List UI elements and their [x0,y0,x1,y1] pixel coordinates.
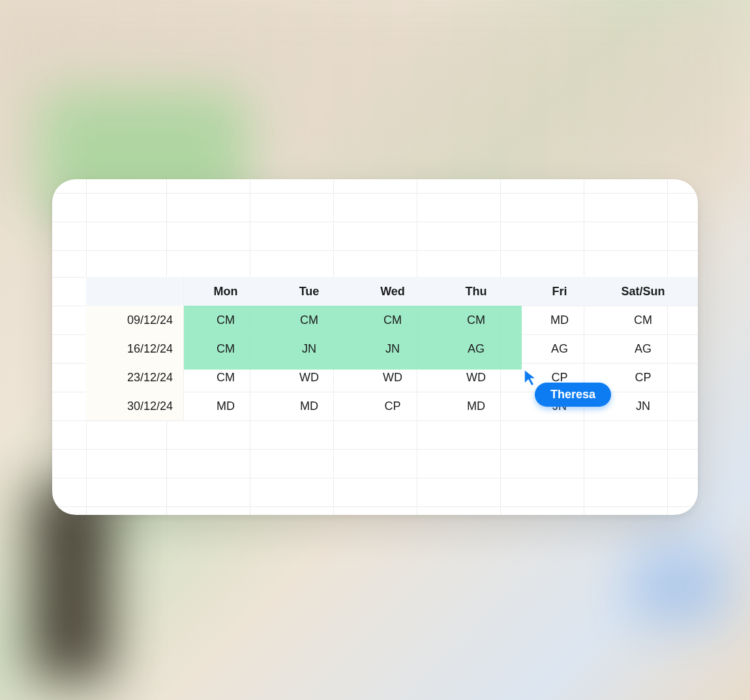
cell[interactable]: AG [601,334,685,363]
table-row: 30/12/24 MD MD CP MD JN JN [86,392,698,420]
spreadsheet-card: Mon Tue Wed Thu Fri Sat/Sun 09/12/24 CM … [52,179,698,515]
header-thu[interactable]: Thu [434,277,518,306]
schedule-table: Mon Tue Wed Thu Fri Sat/Sun 09/12/24 CM … [86,277,698,420]
cell[interactable]: JN [351,334,434,363]
header-blank [86,277,184,306]
cell[interactable]: CM [184,363,267,392]
header-satsun[interactable]: Sat/Sun [601,277,685,306]
date-cell[interactable]: 16/12/24 [86,334,184,363]
cell[interactable]: AG [434,334,518,363]
header-tue[interactable]: Tue [267,277,351,306]
cell[interactable]: WD [351,363,434,392]
cell[interactable]: CM [351,306,434,334]
cell[interactable]: MD [518,306,601,334]
cell[interactable]: MD [267,392,351,420]
date-cell[interactable]: 09/12/24 [86,306,184,334]
cell[interactable]: WD [434,363,518,392]
table-row: 16/12/24 CM JN JN AG AG AG [86,334,698,363]
cell[interactable]: CM [184,334,267,363]
cell[interactable]: AG [518,334,601,363]
table-row: 23/12/24 CM WD WD WD CP CP [86,363,698,392]
header-wed[interactable]: Wed [351,277,434,306]
cell[interactable]: JN [601,392,685,420]
table-row: 09/12/24 CM CM CM CM MD CM [86,306,698,334]
header-fri[interactable]: Fri [518,277,601,306]
cell[interactable]: CM [267,306,351,334]
cell[interactable]: JN [518,392,601,420]
cell[interactable]: MD [184,392,267,420]
date-cell[interactable]: 30/12/24 [86,392,184,420]
cell[interactable]: CP [518,363,601,392]
cell[interactable]: CP [351,392,434,420]
cell[interactable]: CP [601,363,685,392]
cell[interactable]: MD [434,392,518,420]
cell[interactable]: CM [434,306,518,334]
cell[interactable]: WD [267,363,351,392]
header-row: Mon Tue Wed Thu Fri Sat/Sun [86,277,698,306]
date-cell[interactable]: 23/12/24 [86,363,184,392]
cell[interactable]: CM [184,306,267,334]
header-mon[interactable]: Mon [184,277,267,306]
cell[interactable]: JN [267,334,351,363]
cell[interactable]: CM [601,306,685,334]
